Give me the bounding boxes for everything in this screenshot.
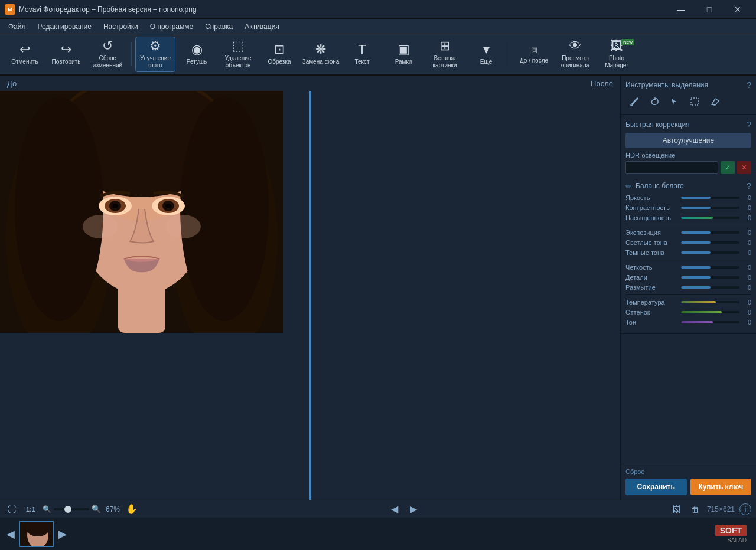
maximize-button[interactable]: □ xyxy=(696,0,723,19)
blur-row: Размытие 0 xyxy=(625,284,751,291)
nav-prev-button[interactable]: ◀ xyxy=(387,502,402,516)
hdr-confirm-button[interactable]: ✓ xyxy=(721,161,735,174)
undo-icon: ↩ xyxy=(19,43,30,56)
image-info-icon[interactable]: i xyxy=(739,503,751,515)
svg-rect-40 xyxy=(691,98,698,105)
enhance-button[interactable]: ⚙ Улучшение фото xyxy=(135,37,175,72)
reset-text-button[interactable]: Сброс xyxy=(625,468,644,475)
watermark-area: SOFT SALAD xyxy=(715,525,751,544)
menu-help[interactable]: Справка xyxy=(199,21,239,32)
hand-tool-button[interactable]: ✋ xyxy=(125,502,139,516)
retouch-button[interactable]: ◉ Ретушь xyxy=(177,37,217,72)
eraser-select-tool[interactable] xyxy=(706,93,724,110)
filmstrip-prev-button[interactable]: ◀ xyxy=(5,521,17,547)
nav-next-button[interactable]: ▶ xyxy=(406,502,421,516)
after-photo-panel xyxy=(311,91,621,500)
insert-image-button[interactable]: ⊞ Вставка картинки xyxy=(425,37,465,72)
temperature-track[interactable] xyxy=(681,301,739,303)
right-panel: Инструменты выделения ? xyxy=(620,76,756,500)
more-button[interactable]: ▾ Ещё xyxy=(466,37,506,72)
before-after-labels: До После xyxy=(0,76,620,91)
fit-screen-button[interactable]: ⛶ xyxy=(5,502,19,516)
shadows-label: Темные тона xyxy=(625,249,679,256)
hdr-input[interactable] xyxy=(625,161,718,174)
toolbar: ↩ Отменить ↪ Повторить ↺ Сброс изменений… xyxy=(0,34,756,76)
crop-button[interactable]: ⊡ Обрезка xyxy=(259,37,299,72)
quick-correction-header: Быстрая коррекция ? xyxy=(625,120,751,129)
point-select-tool[interactable] xyxy=(666,93,683,110)
tint-value: 0 xyxy=(742,309,751,316)
selection-tools-title: Инструменты выделения xyxy=(625,81,708,89)
sharpness-value: 0 xyxy=(742,264,751,271)
brightness-label: Яркость xyxy=(625,194,679,201)
undo-button[interactable]: ↩ Отменить xyxy=(5,37,45,72)
menubar: Файл Редактирование Настройки О программ… xyxy=(0,19,756,34)
blur-track[interactable] xyxy=(681,286,739,289)
zoom-track[interactable] xyxy=(54,508,89,510)
menu-about[interactable]: О программе xyxy=(144,21,199,32)
enhance-label: Улучшение фото xyxy=(137,55,174,69)
zoom-plus-button[interactable]: 🔍 xyxy=(92,505,101,513)
menu-file[interactable]: Файл xyxy=(2,21,32,32)
sharpness-label: Четкость xyxy=(625,264,679,271)
blur-label: Размытие xyxy=(625,284,679,291)
auto-enhance-button[interactable]: Автоулучшение xyxy=(625,133,751,148)
brush-select-tool[interactable] xyxy=(625,93,643,110)
hdr-input-row: ✓ ✕ xyxy=(625,161,751,174)
shadows-track[interactable] xyxy=(681,251,739,254)
window-controls: — □ ✕ xyxy=(667,0,751,19)
sharpness-row: Четкость 0 xyxy=(625,264,751,271)
soft-salad-watermark: SOFT xyxy=(715,525,747,536)
remove-objects-icon: ⬚ xyxy=(232,40,245,53)
detail-track[interactable] xyxy=(681,276,739,279)
actual-size-button[interactable]: 1:1 xyxy=(24,502,38,516)
saturation-fill xyxy=(681,217,713,219)
save-button[interactable]: Сохранить xyxy=(625,479,687,495)
rect-select-tool[interactable] xyxy=(686,93,703,110)
selection-help-icon[interactable]: ? xyxy=(747,80,751,90)
exposure-track[interactable] xyxy=(681,231,739,234)
view-original-button[interactable]: 👁 Просмотр оригинала xyxy=(555,37,595,72)
filmstrip-next-button[interactable]: ▶ xyxy=(57,521,69,547)
after-label: После xyxy=(310,79,613,88)
filmstrip-thumb-1[interactable] xyxy=(19,521,54,547)
tone-track[interactable] xyxy=(681,321,739,323)
menu-activate[interactable]: Активация xyxy=(239,21,285,32)
sharpness-track[interactable] xyxy=(681,266,739,269)
view-original-label: Просмотр оригинала xyxy=(556,55,594,69)
menu-edit[interactable]: Редактирование xyxy=(32,21,97,32)
buy-key-button[interactable]: Купить ключ xyxy=(690,479,752,495)
photo-manager-button[interactable]: 🖼 Photo Manager New xyxy=(597,37,637,72)
contrast-value: 0 xyxy=(742,204,751,211)
minimize-button[interactable]: — xyxy=(667,0,695,19)
slider-divider-1 xyxy=(625,225,751,225)
delete-button[interactable]: 🗑 xyxy=(688,502,702,516)
replace-bg-button[interactable]: ❋ Замена фона xyxy=(301,37,341,72)
highlights-track[interactable] xyxy=(681,241,739,244)
canvas-container[interactable] xyxy=(0,91,620,500)
canvas-area: До После xyxy=(0,76,620,500)
white-balance-help-icon[interactable]: ? xyxy=(747,181,751,191)
saturation-track[interactable] xyxy=(681,217,739,219)
contrast-track[interactable] xyxy=(681,207,739,209)
more-icon: ▾ xyxy=(483,43,490,56)
image-gallery-button[interactable]: 🖼 xyxy=(669,502,683,516)
frames-button[interactable]: ▣ Рамки xyxy=(383,37,423,72)
replace-bg-icon: ❋ xyxy=(315,43,326,56)
zoom-minus-button[interactable]: 🔍 xyxy=(43,505,51,513)
close-button[interactable]: ✕ xyxy=(724,0,751,19)
reset-button[interactable]: ↺ Сброс изменений xyxy=(87,37,128,72)
menu-settings[interactable]: Настройки xyxy=(97,21,144,32)
brightness-track[interactable] xyxy=(681,197,739,199)
lasso-select-tool[interactable] xyxy=(646,93,663,110)
quick-correction-help-icon[interactable]: ? xyxy=(747,120,751,129)
redo-button[interactable]: ↪ Повторить xyxy=(46,37,86,72)
remove-objects-button[interactable]: ⬚ Удаление объектов xyxy=(218,37,258,72)
redo-label: Повторить xyxy=(52,58,81,66)
before-after-button[interactable]: ⧈ До / после xyxy=(514,37,554,72)
svg-line-41 xyxy=(712,104,715,105)
tint-track[interactable] xyxy=(681,311,739,313)
text-button[interactable]: T Текст xyxy=(342,37,382,72)
contrast-fill xyxy=(681,207,711,209)
hdr-cancel-button[interactable]: ✕ xyxy=(737,161,751,174)
